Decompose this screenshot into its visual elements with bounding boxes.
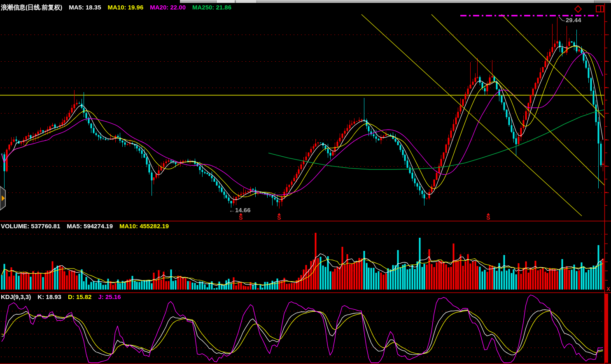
kdj-pane-header: KDJ(9,3,3) K: 18.93 D: 15.82 J: 25.16 [1,293,121,301]
sell-mark: S [276,213,282,220]
ma10-value: MA10: 19.96 [108,3,144,12]
scrollbar-end-cap[interactable] [594,0,610,3]
split-window-icon[interactable] [595,5,604,15]
horizontal-scrollbar[interactable] [180,0,611,3]
high-price-annotation: 29.44 [566,16,581,23]
ma250-value: MA250: 21.86 [192,3,231,12]
low-price-annotation: ←14.66 [229,206,251,213]
close-indicator-button[interactable]: X [606,286,611,292]
ma5-value: MA5: 18.35 [69,3,101,12]
ma20-value: MA20: 22.00 [150,3,186,12]
kdj-j-value: J: 25.16 [98,293,121,301]
chart-canvas[interactable] [0,0,611,364]
diamond-icon[interactable] [574,5,582,15]
sell-mark: S [485,213,491,220]
volume-value: VOLUME: 537760.81 [1,222,60,230]
expand-panel-tab[interactable] [0,185,7,212]
volume-pane-header: VOLUME: 537760.81 MA5: 594274.19 MA10: 4… [1,222,169,230]
scrollbar-thumb[interactable] [216,0,257,3]
volume-ma10-value: MA10: 455282.19 [119,222,169,230]
sell-mark: S [238,213,244,220]
stock-title: 浪潮信息(日线.前复权) [1,3,62,12]
trading-app-window: { "header": { "title": "浪潮信息(日线.前复权)", "… [0,0,611,364]
volume-ma5-value: MA5: 594274.19 [67,222,113,230]
kdj-k-value: K: 18.93 [37,293,61,301]
kdj-label: KDJ(9,3,3) [1,293,31,301]
kdj-d-value: D: 15.82 [68,293,92,301]
price-pane-header: 浪潮信息(日线.前复权) MA5: 18.35 MA10: 19.96 MA20… [1,3,231,12]
